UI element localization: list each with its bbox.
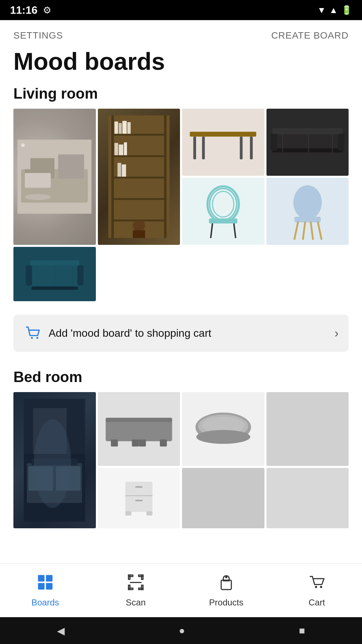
svg-point-100 <box>315 586 317 588</box>
add-to-cart-button[interactable]: Add 'mood board' to shopping cart › <box>13 315 349 352</box>
svg-rect-68 <box>56 466 80 491</box>
svg-rect-85 <box>38 575 44 582</box>
svg-rect-96 <box>141 585 143 589</box>
svg-rect-83 <box>125 511 131 516</box>
add-cart-text: Add 'mood board' to shopping cart <box>49 327 328 339</box>
svg-rect-90 <box>128 575 130 579</box>
dark-sofa-svg <box>270 117 345 167</box>
home-button[interactable]: ● <box>179 625 185 636</box>
svg-point-99 <box>225 576 228 578</box>
cart-btn-arrow-icon: › <box>335 326 339 340</box>
dining-table-svg <box>188 115 258 169</box>
svg-line-45 <box>234 223 236 238</box>
svg-point-25 <box>133 220 145 232</box>
nav-item-products[interactable]: Products <box>181 574 272 608</box>
svg-rect-87 <box>38 583 44 590</box>
svg-rect-54 <box>25 265 32 285</box>
svg-rect-37 <box>282 134 283 153</box>
svg-rect-55 <box>77 265 83 285</box>
svg-point-7 <box>21 144 25 147</box>
living-room-photo-cell-1[interactable] <box>13 109 96 245</box>
status-right-icons: ▼ ▲ 🔋 <box>317 5 352 15</box>
nav-item-boards[interactable]: Boards <box>0 574 90 608</box>
top-bar: SETTINGS CREATE BOARD <box>0 20 362 44</box>
svg-line-50 <box>311 222 313 239</box>
living-room-blue-chair-cell[interactable] <box>266 178 349 245</box>
low-bed-svg <box>104 403 174 455</box>
svg-rect-70 <box>106 418 172 422</box>
cart-icon-blue <box>23 324 42 342</box>
svg-rect-30 <box>240 137 243 159</box>
battery-icon: 🔋 <box>341 5 352 15</box>
living-room-sofa-cell[interactable] <box>266 109 349 176</box>
status-time: 11:16 <box>10 4 38 16</box>
svg-rect-18 <box>122 121 127 134</box>
living-room-interior-svg <box>17 115 92 238</box>
blue-chair-svg <box>283 183 332 240</box>
settings-button[interactable]: SETTINGS <box>13 30 63 41</box>
svg-rect-58 <box>55 265 55 285</box>
svg-point-78 <box>196 430 250 443</box>
svg-rect-24 <box>122 164 126 177</box>
svg-rect-19 <box>127 122 131 134</box>
teal-armchair-svg <box>18 252 91 296</box>
bed-room-mood-grid <box>13 392 349 528</box>
svg-rect-73 <box>139 439 146 446</box>
svg-rect-63 <box>33 408 67 454</box>
living-room-table-cell[interactable] <box>182 109 264 176</box>
bedroom-swatch-3[interactable] <box>266 468 349 528</box>
create-board-button[interactable]: CREATE BOARD <box>271 30 349 41</box>
svg-rect-33 <box>272 128 343 134</box>
bedroom-photo-cell-1[interactable] <box>13 392 96 528</box>
bedroom-ottoman-cell[interactable] <box>182 392 264 466</box>
bedroom-swatch-1[interactable] <box>266 392 349 466</box>
living-room-mood-grid <box>13 109 349 301</box>
back-button[interactable]: ◀ <box>57 625 65 637</box>
recents-button[interactable]: ■ <box>299 625 305 636</box>
scroll-content: Living room <box>0 85 362 595</box>
svg-rect-22 <box>124 143 127 155</box>
scan-icon <box>127 574 144 595</box>
svg-point-41 <box>209 189 237 220</box>
svg-line-49 <box>303 222 305 239</box>
svg-rect-88 <box>46 583 53 590</box>
living-room-wicker-chair-cell[interactable] <box>182 178 264 245</box>
svg-rect-92 <box>141 575 143 579</box>
svg-point-4 <box>25 194 51 200</box>
svg-rect-20 <box>114 143 118 156</box>
svg-rect-59 <box>72 265 73 285</box>
svg-rect-27 <box>190 132 256 137</box>
boards-icon <box>37 574 54 595</box>
section-title-bed-room: Bed room <box>13 369 349 385</box>
android-nav-bar: ◀ ● ■ <box>0 617 362 644</box>
svg-rect-57 <box>37 265 37 285</box>
nav-item-scan[interactable]: Scan <box>90 574 181 608</box>
svg-point-42 <box>213 192 234 217</box>
status-bar: 11:16 ⚙ ▼ ▲ 🔋 <box>0 0 362 20</box>
svg-rect-31 <box>250 137 253 159</box>
nightstand-svg <box>118 479 160 518</box>
living-room-teal-armchair-cell[interactable] <box>13 247 96 301</box>
bedroom-nightstand-cell[interactable] <box>98 468 180 528</box>
svg-rect-17 <box>119 123 122 134</box>
bookshelf-svg <box>102 115 176 238</box>
living-room-photo-cell-2[interactable] <box>98 109 180 245</box>
svg-rect-66 <box>32 459 77 465</box>
svg-rect-69 <box>106 420 172 441</box>
products-icon <box>218 574 235 595</box>
bedroom-swatch-2[interactable] <box>182 468 264 528</box>
bedroom-low-bed-cell[interactable] <box>98 392 180 466</box>
svg-rect-67 <box>28 466 53 491</box>
svg-rect-72 <box>132 439 139 446</box>
bedroom-interior-svg <box>17 399 92 521</box>
svg-rect-47 <box>294 217 321 222</box>
nav-item-cart[interactable]: Cart <box>272 574 362 608</box>
svg-point-60 <box>31 337 33 339</box>
svg-point-61 <box>36 337 38 339</box>
section-bed-room: Bed room <box>0 369 362 528</box>
svg-point-46 <box>293 185 322 219</box>
svg-rect-29 <box>202 137 205 159</box>
cart-label: Cart <box>308 597 325 608</box>
products-label: Products <box>209 597 244 608</box>
svg-rect-23 <box>117 163 121 177</box>
